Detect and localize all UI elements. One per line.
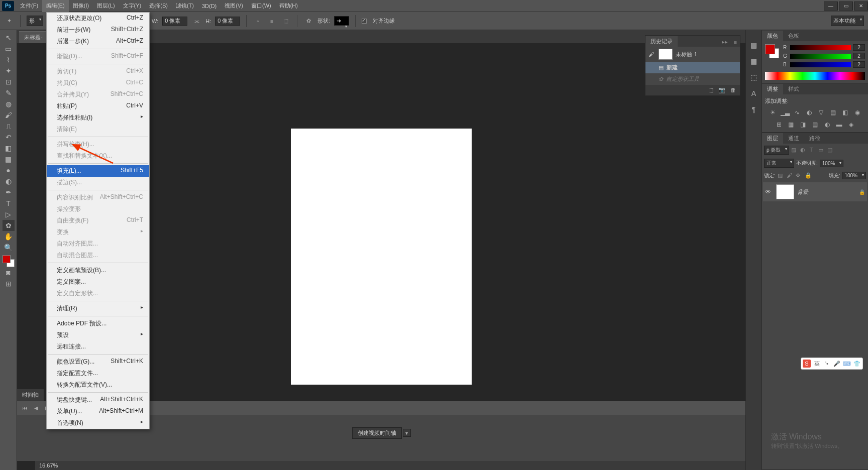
dock-icon-3[interactable]: ⬚ [749, 72, 759, 82]
menu-item-40[interactable]: 键盘快捷键...Alt+Shift+Ctrl+K [47, 394, 149, 406]
custom-shape-select[interactable]: ➜ [334, 16, 349, 26]
create-document-icon[interactable]: ⬚ [708, 87, 713, 93]
history-tab[interactable]: 历史记录 [645, 36, 678, 47]
canvas[interactable] [291, 129, 472, 385]
type-tool[interactable]: T [3, 198, 15, 209]
b-slider[interactable] [790, 62, 851, 67]
lock-all-icon[interactable]: 🔒 [805, 172, 812, 179]
ime-skin-icon[interactable]: 👕 [853, 360, 861, 368]
vibrance-icon[interactable]: ▽ [817, 108, 826, 117]
eyedropper-tool[interactable]: ✎ [3, 87, 15, 98]
menu-item-41[interactable]: 菜单(U)...Alt+Shift+Ctrl+M [47, 406, 149, 417]
curves-icon[interactable]: ∿ [793, 108, 802, 117]
filter-adj-icon[interactable]: ◐ [800, 147, 807, 154]
align-edges-checkbox[interactable] [362, 19, 367, 24]
invert-icon[interactable]: ◨ [799, 120, 808, 129]
gradient-tool[interactable]: ▦ [3, 154, 15, 165]
panel-menu-icon[interactable]: ≡ [731, 38, 740, 47]
zoom-tool[interactable]: 🔍 [3, 242, 15, 253]
menu-4[interactable]: 文字(Y) [119, 0, 146, 12]
timeline-prev-icon[interactable]: ◀ [32, 404, 40, 412]
layer-row-bg[interactable]: 👁 背景 🔒 [763, 182, 867, 201]
channels-tab[interactable]: 通道 [783, 133, 804, 144]
timeline-dropdown-icon[interactable]: ▾ [403, 429, 411, 437]
history-state-new[interactable]: ▤ 新建 [645, 62, 740, 73]
align-icon[interactable]: ≡ [267, 16, 277, 26]
menu-8[interactable]: 视图(V) [221, 0, 247, 12]
pen-tool[interactable]: ✒ [3, 187, 15, 198]
path-select-tool[interactable]: ▷ [3, 209, 15, 220]
ime-punct-icon[interactable]: '• [823, 360, 831, 368]
g-slider[interactable] [790, 54, 851, 59]
lookup-icon[interactable]: ▦ [787, 120, 796, 129]
swatches-tab[interactable]: 色板 [783, 31, 804, 41]
quickmask-tool[interactable]: ◙ [3, 267, 15, 278]
menu-item-0[interactable]: 还原状态更改(O)Ctrl+Z [47, 13, 149, 24]
brush-tool[interactable]: 🖌 [3, 109, 15, 121]
filter-smart-icon[interactable]: ◫ [827, 147, 834, 154]
ime-toolbar[interactable]: S 英 '• 🎤 ⌨ 👕 [801, 358, 863, 370]
maximize-button[interactable]: ▭ [839, 2, 853, 11]
paths-tab[interactable]: 路径 [804, 133, 825, 144]
layers-tab[interactable]: 图层 [762, 133, 783, 144]
ime-mic-icon[interactable]: 🎤 [833, 360, 841, 368]
menu-9[interactable]: 窗口(W) [247, 0, 275, 12]
layer-thumbnail[interactable] [776, 184, 794, 199]
filter-shape-icon[interactable]: ▭ [818, 147, 825, 154]
r-slider[interactable] [790, 45, 851, 50]
menu-item-26[interactable]: 定义画笔预设(B)... [47, 265, 149, 276]
crop-tool[interactable]: ⊡ [3, 76, 15, 87]
menu-1[interactable]: 编辑(E) [42, 0, 69, 12]
lasso-tool[interactable]: ⌇ [3, 54, 15, 65]
layer-name[interactable]: 背景 [797, 188, 808, 196]
move-tool[interactable]: ↖ [3, 32, 15, 43]
filter-type-icon[interactable]: T [809, 147, 816, 154]
menu-2[interactable]: 图像(I) [69, 0, 93, 12]
workspace-select[interactable]: 基本功能 [831, 16, 864, 26]
hand-tool[interactable]: ✋ [3, 231, 15, 242]
lock-trans-icon[interactable]: ▨ [778, 172, 785, 179]
lock-paint-icon[interactable]: 🖌 [787, 172, 794, 179]
menu-6[interactable]: 滤镜(T) [172, 0, 198, 12]
tool-preset-icon[interactable]: ✦ [4, 16, 14, 26]
menu-3[interactable]: 图层(L) [93, 0, 119, 12]
fill-value[interactable]: 100% [842, 172, 866, 179]
menu-7[interactable]: 3D(D) [198, 0, 221, 12]
menu-item-38[interactable]: 转换为配置文件(V)... [47, 379, 149, 391]
menu-item-1[interactable]: 前进一步(W)Shift+Ctrl+Z [47, 24, 149, 36]
filter-kind-select[interactable]: ρ 类型 [764, 146, 789, 155]
menu-0[interactable]: 文件(F) [16, 0, 42, 12]
g-value[interactable]: 2 [853, 53, 865, 59]
trash-icon[interactable]: 🗑 [730, 87, 736, 93]
history-state-shape[interactable]: ✿ 自定形状工具 [645, 73, 740, 85]
shape-mode-select[interactable]: 形 [27, 16, 43, 26]
selective-icon[interactable]: ◈ [847, 120, 856, 129]
menu-item-16[interactable]: 填充(L)...Shift+F5 [47, 165, 149, 177]
blur-tool[interactable]: ● [3, 165, 15, 176]
r-value[interactable]: 2 [853, 44, 865, 51]
menu-item-37[interactable]: 指定配置文件... [47, 368, 149, 379]
opacity-value[interactable]: 100% [820, 160, 844, 167]
menu-item-33[interactable]: 预设▸ [47, 329, 149, 341]
filter-pixel-icon[interactable]: ▨ [791, 147, 798, 154]
arrange-icon[interactable]: ⬚ [281, 16, 291, 26]
color-ramp[interactable] [765, 72, 865, 80]
history-snapshot[interactable]: 🖌 未标题-1 [645, 47, 740, 62]
healing-tool[interactable]: ◍ [3, 98, 15, 109]
menu-10[interactable]: 帮助(H) [275, 0, 302, 12]
timeline-tab[interactable]: 时间轴 [17, 389, 44, 401]
gear-icon[interactable]: ✿ [303, 16, 313, 26]
photo-filter-icon[interactable]: ◉ [853, 108, 862, 117]
create-timeline-button[interactable]: 创建视频时间轴 [352, 427, 402, 439]
lock-move-icon[interactable]: ✥ [796, 172, 803, 179]
collapse-icon[interactable]: ▸▸ [719, 37, 731, 47]
color-swatch[interactable] [3, 255, 15, 267]
menu-item-27[interactable]: 定义图案... [47, 276, 149, 288]
ime-keyboard-icon[interactable]: ⌨ [843, 360, 851, 368]
menu-5[interactable]: 选择(S) [145, 0, 172, 12]
hue-icon[interactable]: ▤ [829, 108, 838, 117]
dock-icon-4[interactable]: A [749, 88, 759, 98]
menu-item-42[interactable]: 首选项(N)▸ [47, 417, 149, 429]
menu-item-9[interactable]: 粘贴(P)Ctrl+V [47, 100, 149, 112]
menu-item-36[interactable]: 颜色设置(G)...Shift+Ctrl+K [47, 356, 149, 368]
